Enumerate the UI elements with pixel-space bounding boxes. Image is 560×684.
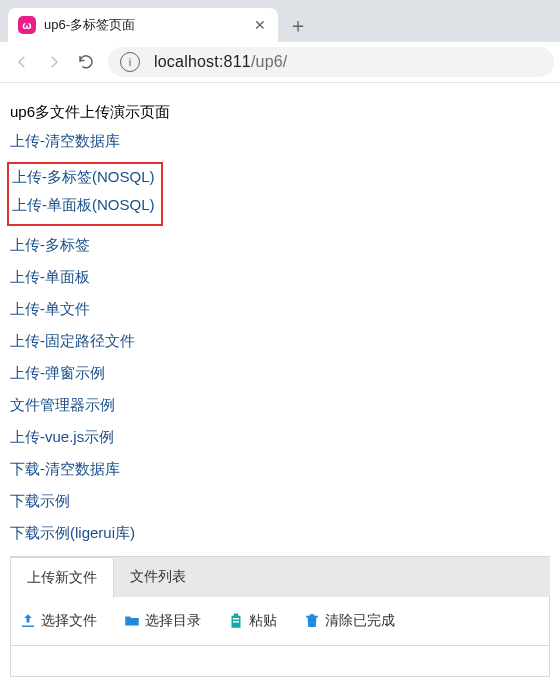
- clear-done-button[interactable]: 清除已完成: [303, 612, 395, 630]
- folder-icon: [123, 612, 141, 630]
- demo-link[interactable]: 上传-清空数据库: [10, 132, 550, 150]
- demo-link[interactable]: 下载-清空数据库: [10, 460, 550, 478]
- browser-tab-title: up6-多标签页面: [44, 16, 252, 34]
- demo-link[interactable]: 上传-单面板(NOSQL): [12, 196, 155, 214]
- inner-tabs: 上传新文件 文件列表: [10, 556, 550, 597]
- page-content: up6多文件上传演示页面 上传-清空数据库 上传-多标签(NOSQL) 上传-单…: [0, 83, 560, 677]
- demo-link[interactable]: 上传-多标签: [10, 236, 550, 254]
- demo-link[interactable]: 上传-固定路径文件: [10, 332, 550, 350]
- action-bar: 选择文件 选择目录 粘贴 清除已完成: [10, 597, 550, 646]
- arrow-left-icon: [13, 53, 31, 71]
- close-icon[interactable]: ✕: [252, 17, 268, 33]
- link-list: 上传-清空数据库 上传-多标签(NOSQL) 上传-单面板(NOSQL) 上传-…: [10, 132, 550, 542]
- demo-link[interactable]: 下载示例(ligerui库): [10, 524, 550, 542]
- action-label: 选择文件: [41, 612, 97, 630]
- url-path: /up6/: [251, 53, 288, 70]
- new-tab-button[interactable]: ＋: [284, 11, 312, 39]
- tab-upload-new[interactable]: 上传新文件: [10, 557, 114, 598]
- reload-icon: [77, 53, 95, 71]
- demo-link[interactable]: 文件管理器示例: [10, 396, 550, 414]
- browser-tab-active[interactable]: ω up6-多标签页面 ✕: [8, 8, 278, 42]
- forward-button[interactable]: [38, 46, 70, 78]
- paste-button[interactable]: 粘贴: [227, 612, 277, 630]
- action-label: 选择目录: [145, 612, 201, 630]
- action-label: 清除已完成: [325, 612, 395, 630]
- back-button[interactable]: [6, 46, 38, 78]
- site-info-icon[interactable]: i: [120, 52, 140, 72]
- select-file-button[interactable]: 选择文件: [19, 612, 97, 630]
- demo-link[interactable]: 上传-弹窗示例: [10, 364, 550, 382]
- demo-link[interactable]: 上传-多标签(NOSQL): [12, 168, 155, 186]
- browser-tab-strip: ω up6-多标签页面 ✕ ＋: [0, 0, 560, 42]
- page-title: up6多文件上传演示页面: [10, 103, 550, 122]
- url-host: localhost:811: [154, 53, 251, 70]
- action-label: 粘贴: [249, 612, 277, 630]
- upload-panel: [10, 646, 550, 677]
- svg-rect-1: [233, 621, 239, 623]
- address-bar[interactable]: i localhost:811/up6/: [108, 47, 554, 77]
- demo-link[interactable]: 上传-单文件: [10, 300, 550, 318]
- clipboard-icon: [227, 612, 245, 630]
- arrow-right-icon: [45, 53, 63, 71]
- trash-icon: [303, 612, 321, 630]
- browser-toolbar: i localhost:811/up6/: [0, 42, 560, 83]
- demo-link[interactable]: 下载示例: [10, 492, 550, 510]
- demo-link[interactable]: 上传-vue.js示例: [10, 428, 550, 446]
- reload-button[interactable]: [70, 46, 102, 78]
- url-text: localhost:811/up6/: [154, 53, 287, 71]
- highlighted-links-box: 上传-多标签(NOSQL) 上传-单面板(NOSQL): [7, 162, 163, 226]
- upload-icon: [19, 612, 37, 630]
- tab-file-list[interactable]: 文件列表: [114, 557, 202, 597]
- select-dir-button[interactable]: 选择目录: [123, 612, 201, 630]
- demo-link[interactable]: 上传-单面板: [10, 268, 550, 286]
- svg-rect-0: [233, 618, 239, 620]
- favicon-icon: ω: [18, 16, 36, 34]
